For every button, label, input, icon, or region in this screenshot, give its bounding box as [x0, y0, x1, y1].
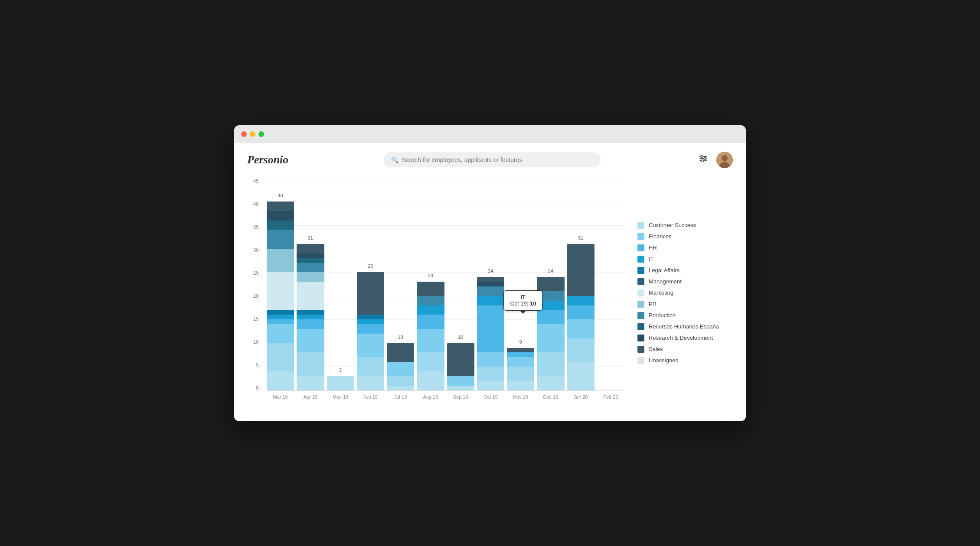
bar-total-label: 24 — [488, 268, 493, 273]
top-actions — [696, 152, 733, 168]
bar-total-label: 10 — [398, 335, 403, 340]
y-label-0: 0 — [256, 385, 259, 390]
bar-segment — [567, 338, 595, 362]
bar-segment — [267, 272, 294, 310]
bar-segment — [297, 244, 324, 254]
bar-segment — [267, 310, 294, 315]
x-label: Oct 19 — [477, 394, 504, 400]
legend-color-swatch — [637, 256, 644, 263]
bar-group[interactable]: 3 — [327, 376, 354, 390]
legend-color-swatch — [637, 244, 644, 251]
bar-segment — [297, 258, 324, 263]
legend-item: Finances — [637, 233, 733, 240]
bar-group[interactable]: 31 — [567, 244, 595, 390]
bar-segment — [297, 352, 324, 376]
bar-segment — [537, 352, 564, 376]
bar-segment — [267, 324, 294, 343]
bar-segment — [357, 357, 384, 376]
legend-label: Production — [649, 312, 676, 318]
bar-segment — [357, 334, 384, 357]
bar-group[interactable]: 9 — [507, 348, 534, 390]
y-label-35: 35 — [253, 224, 259, 230]
bar-segment — [477, 282, 504, 286]
bar-total-label: 9 — [519, 339, 522, 344]
bar-segment — [387, 343, 414, 362]
bar-group[interactable]: 23 — [417, 282, 444, 390]
bar-segment — [537, 310, 564, 324]
bar-group[interactable]: 24 — [477, 277, 504, 390]
bar-segment — [477, 277, 504, 282]
bar-stack — [507, 348, 534, 390]
search-icon: 🔍 — [391, 156, 399, 163]
bar-segment — [297, 272, 324, 282]
chart-container: 45 40 35 30 25 20 15 10 5 0 — [247, 179, 624, 408]
x-label: Nov 19 — [507, 394, 534, 400]
bar-segment — [537, 376, 564, 390]
bar-segment — [507, 357, 534, 367]
bar-group[interactable]: 10 — [447, 343, 474, 390]
bar-segment — [357, 324, 384, 334]
bar-segment — [417, 352, 444, 371]
bar-stack — [387, 343, 414, 390]
bar-segment — [267, 315, 294, 319]
traffic-light-red[interactable] — [241, 131, 247, 137]
bar-segment — [477, 296, 504, 306]
chart-plot: 40313251023102492431 — [267, 179, 624, 391]
legend-color-swatch — [637, 323, 644, 330]
legend-label: HR — [649, 244, 657, 251]
bar-group[interactable]: 31 — [297, 244, 324, 390]
browser-window: Personio 🔍 — [234, 125, 746, 421]
legend-label: Marketing — [649, 289, 673, 296]
grid-line — [267, 202, 624, 202]
legend-label: Sales — [649, 346, 663, 352]
bar-segment — [267, 319, 294, 324]
bar-group[interactable]: 24 — [537, 277, 564, 390]
bar-segment — [267, 343, 294, 371]
legend-label: Customer Success — [649, 222, 696, 228]
search-bar[interactable]: 🔍 — [384, 153, 601, 167]
bar-segment — [297, 319, 324, 329]
bar-stack — [267, 202, 294, 390]
bar-total-label: 24 — [548, 268, 553, 273]
legend-color-swatch — [637, 335, 644, 341]
bar-group[interactable]: 25 — [357, 272, 384, 390]
bar-segment — [297, 376, 324, 390]
legend-color-swatch — [637, 346, 644, 353]
y-label-40: 40 — [253, 202, 259, 207]
bar-segment — [477, 306, 504, 353]
legend-color-swatch — [637, 289, 644, 296]
legend-item: Recursos Humanos España — [637, 323, 733, 330]
bar-segment — [447, 343, 474, 376]
bar-segment — [507, 348, 534, 353]
legend-color-swatch — [637, 312, 644, 319]
bar-segment — [267, 230, 294, 249]
filter-button[interactable] — [696, 153, 711, 167]
y-label-25: 25 — [253, 270, 259, 276]
bar-segment — [537, 291, 564, 301]
legend-color-swatch — [637, 301, 644, 308]
bar-segment — [537, 301, 564, 310]
legend-item: Production — [637, 312, 733, 319]
bar-segment — [297, 263, 324, 273]
legend-item: HR — [637, 244, 733, 251]
avatar[interactable] — [716, 152, 733, 168]
bar-total-label: 23 — [428, 273, 433, 278]
bar-segment — [417, 296, 444, 306]
x-label: Mar 19 — [267, 394, 294, 400]
bar-segment — [447, 386, 474, 390]
search-input[interactable] — [402, 156, 593, 163]
legend-color-swatch — [637, 267, 644, 274]
bar-segment — [357, 272, 384, 315]
bar-group[interactable]: 40 — [267, 202, 294, 390]
svg-point-5 — [702, 160, 704, 162]
bar-stack — [327, 376, 354, 390]
legend-item: Management — [637, 278, 733, 285]
bar-segment — [267, 371, 294, 390]
traffic-light-yellow[interactable] — [250, 131, 255, 137]
bar-segment — [507, 352, 534, 357]
legend-label: Research & Development — [649, 335, 713, 341]
traffic-light-green[interactable] — [258, 131, 264, 137]
bar-segment — [567, 319, 595, 338]
bar-group[interactable]: 10 — [387, 343, 414, 390]
bar-segment — [297, 310, 324, 315]
